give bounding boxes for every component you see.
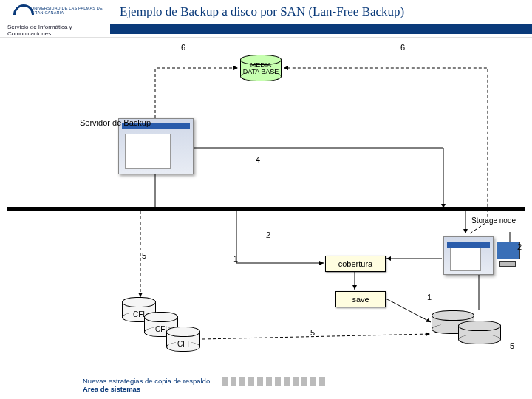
university-logo: UNIVERSIDAD DE LAS PALMAS DE GRAN CANARI… [6, 3, 109, 34]
slide-title: Ejemplo de Backup a disco por SAN (Lan-F… [112, 0, 532, 27]
footer-line1: Nuevas estrategias de copia de respaldo [83, 377, 210, 385]
step-6-left: 6 [181, 43, 185, 52]
footer-text: Nuevas estrategias de copia de respaldo … [83, 377, 210, 394]
title-underline [110, 24, 532, 34]
storage-node-label: Storage node [471, 216, 516, 225]
step-1-left: 1 [233, 254, 238, 263]
storage-node-screenshot-icon [443, 236, 494, 275]
step-2: 2 [266, 231, 270, 239]
step-6-right: 6 [400, 43, 405, 52]
san-bus-bar [7, 207, 525, 211]
department-name: Servicio de Informática y Comunicaciones [7, 24, 109, 37]
save-box: save [335, 291, 386, 307]
media-database-label: MEDIA DATA BASE [240, 62, 282, 76]
step-4: 4 [256, 155, 260, 164]
step-5-right: 5 [510, 341, 514, 350]
backup-server-label: Servidor de Backup [80, 118, 151, 127]
storage-node-monitor-icon [497, 242, 519, 267]
header-bar: UNIVERSIDAD DE LAS PALMAS DE GRAN CANARI… [0, 0, 532, 38]
cobertura-label: cobertura [338, 259, 372, 268]
storage-disk-2 [458, 321, 501, 344]
step-1-right: 1 [427, 293, 432, 301]
university-name: UNIVERSIDAD DE LAS PALMAS DE GRAN CANARI… [31, 6, 109, 15]
footer-line2: Área de sistemas [83, 385, 140, 393]
cfi-cylinder-3: CFI [166, 327, 200, 352]
step-5-left: 5 [142, 251, 146, 260]
cfi-label-3: CFI [166, 335, 200, 352]
footer-pattern-icon [222, 377, 325, 386]
media-database-cylinder: MEDIA DATA BASE [240, 55, 282, 81]
step-5-mid: 5 [310, 328, 315, 337]
cobertura-box: cobertura [325, 256, 386, 272]
footer: Nuevas estrategias de copia de respaldo … [0, 377, 532, 398]
save-label: save [352, 295, 369, 304]
step-2-right: 2 [517, 242, 522, 251]
diagram-canvas: MEDIA DATA BASE Servidor de Backup Stora… [0, 37, 532, 377]
